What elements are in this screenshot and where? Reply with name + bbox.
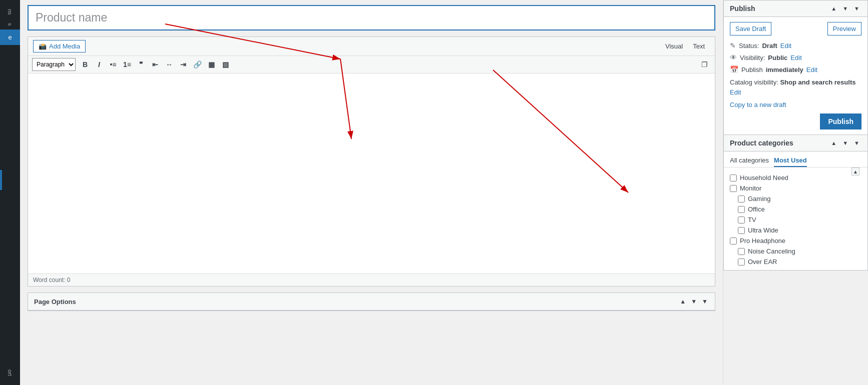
main-content: 📸 Add Media Visual Text Paragraph Headin…: [20, 0, 723, 385]
editor-body[interactable]: [28, 74, 715, 274]
format-toolbar: Paragraph Heading 1 Heading 2 Heading 3 …: [28, 56, 715, 74]
product-name-input[interactable]: [28, 5, 715, 30]
preview-label: Preview: [833, 25, 856, 32]
publish-panel-down-btn[interactable]: ▼: [840, 4, 850, 12]
word-count-value: 0: [67, 276, 71, 284]
visibility-value: Public: [768, 54, 787, 62]
page-options-toggle-btn[interactable]: ▼: [701, 297, 709, 306]
catalog-label: Catalog visibility:: [730, 78, 778, 86]
tab-text-label: Text: [693, 42, 705, 50]
paragraph-select[interactable]: Paragraph Heading 1 Heading 2 Heading 3 …: [32, 58, 76, 71]
visibility-label: Visibility:: [740, 54, 765, 62]
category-checkbox-monitor[interactable]: [730, 185, 737, 192]
category-label-gaming[interactable]: Gaming: [748, 195, 771, 202]
category-checkbox-gaming[interactable]: [738, 196, 745, 202]
category-label-noise-canceling[interactable]: Noise Canceling: [748, 248, 795, 255]
publish-panel: Publish ▲ ▼ ▼ Save Draft Preview ✎ Statu…: [723, 0, 868, 135]
category-label-ultra-wide[interactable]: Ultra Wide: [748, 226, 778, 234]
save-draft-button[interactable]: Save Draft: [730, 22, 771, 36]
status-edit-link[interactable]: Edit: [780, 42, 791, 50]
status-label: Status:: [739, 42, 759, 50]
page-options-down-btn[interactable]: ▼: [690, 297, 698, 306]
fullscreen-button[interactable]: ❐: [698, 58, 711, 71]
category-checkbox-pro-headphone[interactable]: [730, 238, 737, 244]
category-scroll-up[interactable]: ▲: [851, 168, 859, 176]
category-item-monitor: Monitor: [730, 183, 861, 194]
category-checkbox-over-ear[interactable]: [738, 258, 745, 266]
publish-time-row: 📅 Publish immediately Edit: [730, 66, 861, 74]
category-checkbox-noise-canceling[interactable]: [738, 248, 745, 255]
visibility-edit-link[interactable]: Edit: [790, 54, 801, 62]
calendar-icon: 📅: [730, 66, 738, 74]
tab-visual-label: Visual: [665, 42, 683, 50]
sidebar-item-ort[interactable]: ort: [7, 366, 13, 380]
categories-panel-controls: ▲ ▼ ▼: [829, 139, 861, 147]
category-checkbox-household-need[interactable]: [730, 174, 737, 182]
catalog-visibility-row: Catalog visibility: Shop and search resu…: [730, 78, 861, 97]
tab-visual[interactable]: Visual: [660, 40, 688, 52]
left-sidebar: ns s e ort: [0, 0, 20, 385]
publish-panel-close-btn[interactable]: ▼: [852, 4, 861, 12]
editor-wrapper: 📸 Add Media Visual Text Paragraph Headin…: [28, 36, 715, 286]
page-options-header[interactable]: Page Options ▲ ▼ ▼: [28, 293, 715, 310]
publish-time-label: Publish: [741, 66, 763, 74]
category-item-noise-canceling: Noise Canceling: [730, 246, 861, 256]
tab-most-used[interactable]: Most Used: [774, 154, 807, 167]
add-media-button[interactable]: 📸 Add Media: [33, 40, 86, 52]
category-label-office[interactable]: Office: [748, 206, 765, 213]
link-button[interactable]: 🔗: [191, 58, 204, 71]
publish-btn-row: Publish: [730, 114, 861, 130]
category-list: ▲ Household Need Monitor Gaming Office: [724, 168, 867, 270]
page-options-title: Page Options: [34, 298, 76, 306]
publish-panel-body: Save Draft Preview ✎ Status: Draft Edit …: [724, 17, 867, 134]
sidebar-item-e[interactable]: e: [0, 30, 20, 45]
sidebar-item-s[interactable]: s: [7, 19, 13, 30]
align-center-button[interactable]: ↔: [163, 58, 176, 71]
category-item-over-ear: Over EAR: [730, 256, 861, 267]
visibility-row: 👁 Visibility: Public Edit: [730, 54, 861, 62]
tab-text[interactable]: Text: [688, 40, 710, 52]
italic-button[interactable]: I: [93, 58, 106, 71]
categories-panel-up-btn[interactable]: ▲: [829, 139, 838, 147]
category-label-over-ear[interactable]: Over EAR: [748, 258, 777, 266]
page-options-up-btn[interactable]: ▲: [679, 297, 687, 306]
publish-btn-label: Publish: [828, 118, 853, 126]
category-checkbox-ultra-wide[interactable]: [738, 227, 745, 234]
publish-panel-up-btn[interactable]: ▲: [829, 4, 838, 12]
categories-panel-down-btn[interactable]: ▼: [840, 139, 850, 147]
category-item-tv: TV: [730, 214, 861, 225]
category-label-pro-headphone[interactable]: Pro Headphone: [740, 237, 785, 244]
status-icon: ✎: [730, 42, 736, 50]
catalog-edit-link[interactable]: Edit: [730, 88, 741, 96]
unordered-list-button[interactable]: •≡: [107, 58, 120, 71]
category-checkbox-tv[interactable]: [738, 216, 745, 224]
ordered-list-button[interactable]: 1≡: [121, 58, 134, 71]
publish-button[interactable]: Publish: [820, 114, 861, 130]
table-alt-button[interactable]: ▧: [219, 58, 232, 71]
tab-most-used-label: Most Used: [774, 156, 807, 164]
blockquote-button[interactable]: ❞: [135, 58, 148, 71]
publish-time-edit-link[interactable]: Edit: [806, 66, 817, 74]
editor-toolbar-top: 📸 Add Media Visual Text: [28, 37, 715, 56]
tab-all-categories[interactable]: All categories: [730, 154, 769, 167]
save-draft-label: Save Draft: [735, 25, 766, 32]
sidebar-item-ns[interactable]: ns: [7, 5, 13, 19]
category-label-tv[interactable]: TV: [748, 216, 756, 224]
category-label-monitor[interactable]: Monitor: [740, 184, 761, 192]
table-button[interactable]: ▦: [205, 58, 218, 71]
align-right-button[interactable]: ⇥: [177, 58, 190, 71]
bold-button[interactable]: B: [79, 58, 92, 71]
copy-draft-link[interactable]: Copy to a new draft: [730, 101, 861, 108]
category-item-gaming: Gaming: [730, 194, 861, 204]
categories-panel-close-btn[interactable]: ▼: [852, 139, 861, 147]
word-count-bar: Word count: 0: [28, 274, 715, 286]
tab-all-categories-label: All categories: [730, 156, 769, 164]
status-row: ✎ Status: Draft Edit: [730, 42, 861, 50]
category-checkbox-office[interactable]: [738, 206, 745, 213]
categories-panel: Product categories ▲ ▼ ▼ All categories …: [723, 135, 868, 270]
align-left-button[interactable]: ⇤: [149, 58, 162, 71]
category-label-household-need[interactable]: Household Need: [740, 174, 788, 182]
categories-panel-header: Product categories ▲ ▼ ▼: [724, 135, 867, 152]
visibility-icon: 👁: [730, 54, 737, 62]
preview-button[interactable]: Preview: [827, 22, 861, 36]
